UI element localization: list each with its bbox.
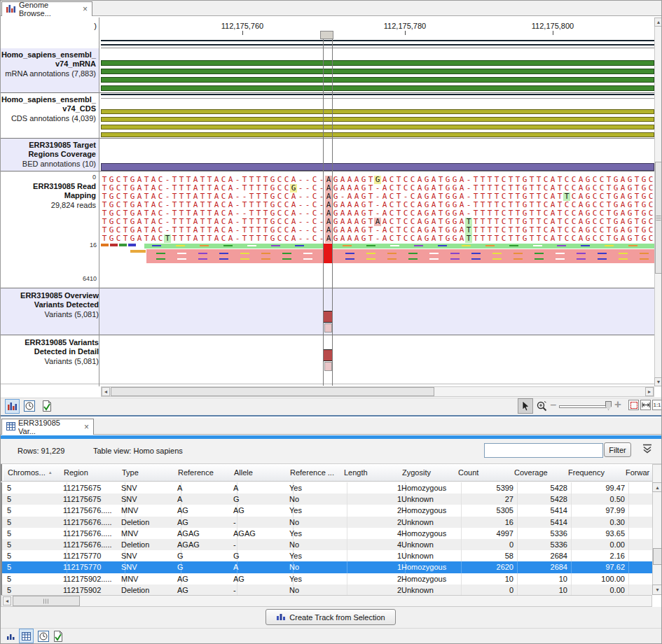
table-cell[interactable]: 2684	[510, 550, 572, 561]
scroll-down-button[interactable]: ▾	[652, 584, 662, 595]
table-cell[interactable]: 112175675	[60, 493, 125, 505]
table-cell[interactable]: 5	[4, 550, 67, 561]
table-cell[interactable]: SNV	[118, 493, 181, 505]
table-row[interactable]: 5112175770SNVGGYes1Unknown5826842.16	[2, 550, 652, 561]
vscroll-handle[interactable]	[653, 548, 662, 565]
table-cell[interactable]: 5	[4, 561, 67, 573]
table-cell[interactable]: Deletion	[118, 539, 181, 550]
table-cell[interactable]: SNV	[118, 482, 181, 493]
table-cell[interactable]: 112175770	[60, 550, 125, 561]
table-cell[interactable]: 5336	[510, 539, 572, 550]
fit-width-button[interactable]	[640, 400, 651, 410]
table-cell[interactable]	[621, 539, 652, 550]
column-header-type[interactable]: Type	[118, 464, 179, 481]
table-cell[interactable]: 2	[340, 505, 406, 516]
table-cell[interactable]: AG	[174, 517, 237, 528]
column-header-length[interactable]: Length	[340, 464, 403, 481]
table-cell[interactable]: 97.99	[564, 505, 629, 516]
table-cell[interactable]: AGAG	[174, 539, 237, 550]
table-cell[interactable]: 5414	[510, 517, 572, 528]
table-cell[interactable]: AGAG	[174, 528, 237, 539]
table-cell[interactable]: 5336	[510, 528, 572, 539]
table-cell[interactable]: Yes	[286, 573, 347, 584]
column-header-coverage[interactable]: Coverage	[510, 464, 569, 481]
table-cell[interactable]: G	[230, 493, 294, 505]
table-cell[interactable]: 5305	[454, 505, 518, 516]
table-cell[interactable]: Homozygous	[398, 505, 462, 516]
table-row[interactable]: 5112175676.....MNVAGAGAGAGYes4Homozygous…	[2, 528, 652, 539]
table-cell[interactable]: AG	[174, 584, 237, 595]
table-cell[interactable]: 16	[454, 517, 518, 528]
table-cell[interactable]: 112175676.....	[60, 517, 125, 528]
table-cell[interactable]: Deletion	[118, 584, 181, 595]
variant-marker[interactable]	[323, 311, 333, 323]
zoom-in-plus[interactable]: +	[614, 398, 621, 412]
table-cell[interactable]: Homozygous	[398, 561, 462, 573]
table-cell[interactable]	[621, 482, 652, 493]
table-cell[interactable]: SNV	[118, 561, 181, 573]
track-list-view-button[interactable]	[5, 399, 20, 414]
table-cell[interactable]: A	[230, 482, 294, 493]
table-view-button[interactable]	[19, 629, 34, 643]
table-cell[interactable]: A	[174, 482, 237, 493]
table-row[interactable]: 5112175902.....MNVAGAGYes2Homozygous1010…	[2, 573, 652, 584]
table-cell[interactable]: 5414	[510, 505, 572, 516]
table-cell[interactable]: Homozygous	[398, 573, 462, 584]
column-header-zygosity[interactable]: Zygosity	[398, 464, 459, 481]
label-column-divider[interactable]	[99, 18, 99, 386]
table-cell[interactable]: Yes	[286, 482, 347, 493]
table-cell[interactable]: 112175902.....	[60, 573, 125, 584]
table-cell[interactable]: -	[230, 539, 294, 550]
table-row[interactable]: 5112175676.....DeletionAG-No2Unknown1654…	[2, 517, 652, 528]
zoom-tool-button[interactable]	[535, 399, 549, 413]
table-cell[interactable]: -	[230, 517, 294, 528]
table-cell[interactable]	[621, 505, 652, 516]
history-view-button[interactable]	[23, 400, 36, 412]
table-cell[interactable]: AG	[230, 505, 294, 516]
table-cell[interactable]: Yes	[286, 528, 347, 539]
table-cell[interactable]: No	[286, 561, 347, 573]
table-cell[interactable]: MNV	[118, 573, 181, 584]
table-cell[interactable]: 112175676.....	[60, 528, 125, 539]
table-cell[interactable]: 112175902	[60, 584, 125, 595]
table-cell[interactable]: 112175676.....	[60, 539, 125, 550]
table-cell[interactable]: -	[230, 584, 294, 595]
table-row[interactable]: 5112175770SNVGANo1Homozygous2620268497.6…	[2, 561, 652, 573]
table-cell[interactable]: G	[174, 561, 237, 573]
table-cell[interactable]: 5	[4, 482, 67, 493]
table-cell[interactable]	[621, 561, 652, 573]
table-cell[interactable]: Homozygous	[398, 528, 462, 539]
table-cell[interactable]: 100.00	[564, 573, 629, 584]
table-cell[interactable]: 2.16	[564, 550, 629, 561]
table-row[interactable]: 5112175676.....DeletionAGAG-No4Unknown05…	[2, 539, 652, 550]
table-cell[interactable]: MNV	[118, 505, 181, 516]
table-cell[interactable]: 10	[510, 573, 572, 584]
zoom-slider-track[interactable]	[559, 405, 609, 408]
table-cell[interactable]: A	[230, 561, 294, 573]
table-cell[interactable]: 2620	[454, 561, 518, 573]
table-cell[interactable]: 0.00	[564, 584, 629, 595]
table-cell[interactable]: MNV	[118, 528, 181, 539]
table-cell[interactable]: 112175676.....	[60, 505, 125, 516]
table-cell[interactable]: Yes	[286, 550, 347, 561]
table-hscrollbar[interactable]	[1, 595, 652, 607]
table-cell[interactable]: G	[174, 550, 237, 561]
table-cell[interactable]: 5	[4, 528, 67, 539]
table-cell[interactable]: 112175675	[60, 482, 125, 493]
table-cell[interactable]	[621, 528, 652, 539]
table-row[interactable]: 5112175902DeletionAG-No2Unknown0100.00	[2, 584, 652, 595]
table-cell[interactable]: 0	[454, 539, 518, 550]
table-cell[interactable]	[621, 584, 652, 595]
table-cell[interactable]: Yes	[286, 505, 347, 516]
element-info-button[interactable]	[41, 400, 53, 412]
variant-marker[interactable]	[324, 323, 332, 332]
table-cell[interactable]: 4	[340, 539, 406, 550]
table-cell[interactable]: 0	[454, 584, 518, 595]
table-cell[interactable]: Unknown	[398, 539, 462, 550]
table-cell[interactable]: 5399	[454, 482, 518, 493]
scroll-up-button[interactable]: ▴	[652, 482, 662, 492]
column-header-region[interactable]: Region	[60, 464, 123, 481]
table-cell[interactable]: 5	[4, 584, 67, 595]
table-cell[interactable]: 5	[4, 505, 67, 516]
column-header-count[interactable]: Count	[454, 464, 515, 481]
